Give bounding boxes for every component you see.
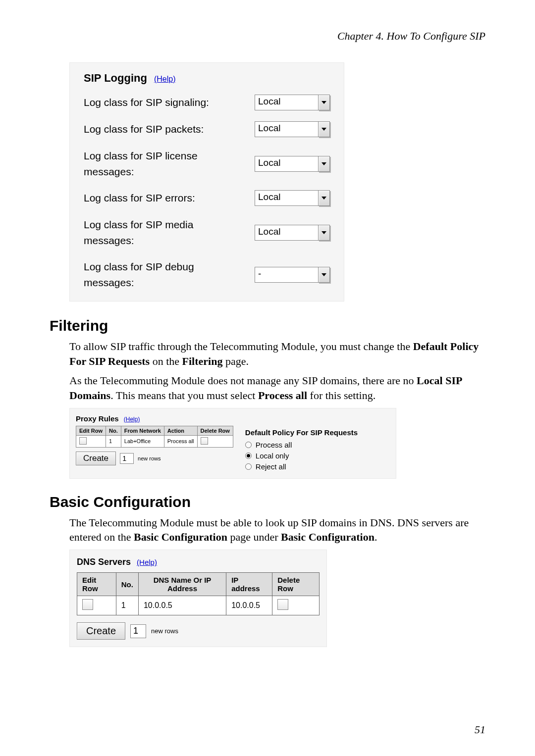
label-sip-packets: Log class for SIP packets: xyxy=(84,121,204,137)
dropdown-value: Local xyxy=(255,225,318,241)
chevron-down-icon[interactable] xyxy=(318,121,330,137)
radio-label: Process all xyxy=(256,441,292,449)
label-sip-media: Log class for SIP media messages: xyxy=(84,217,222,248)
new-rows-label: new rows xyxy=(138,455,160,461)
edit-checkbox-cell xyxy=(77,596,116,615)
radio-local-only[interactable]: Local only xyxy=(245,452,390,460)
row-from: Lab+Office xyxy=(121,435,164,447)
chevron-down-icon[interactable] xyxy=(318,225,330,241)
create-count-input[interactable] xyxy=(120,453,134,464)
col-delete-row: Delete Row xyxy=(272,573,320,596)
dropdown-sip-debug[interactable]: - xyxy=(255,267,330,283)
sip-logging-panel: SIP Logging (Help) Log class for SIP sig… xyxy=(69,62,344,302)
proxy-rules-table: Edit Row No. From Network Action Delete … xyxy=(76,426,233,448)
svg-marker-5 xyxy=(321,273,326,276)
row-dns-name: 10.0.0.5 xyxy=(138,596,226,615)
checkbox[interactable] xyxy=(201,437,208,445)
col-no: No. xyxy=(106,426,121,435)
label-sip-license: Log class for SIP license messages: xyxy=(84,148,222,179)
dropdown-sip-errors[interactable]: Local xyxy=(255,190,330,206)
col-action: Action xyxy=(164,426,197,435)
svg-marker-0 xyxy=(321,101,326,104)
proxy-rules-title: Proxy Rules xyxy=(76,414,119,423)
col-dns-name: DNS Name Or IP Address xyxy=(138,573,226,596)
label-sip-signaling: Log class for SIP signaling: xyxy=(84,95,209,110)
dropdown-sip-packets[interactable]: Local xyxy=(255,121,330,137)
table-row: 1 Lab+Office Process all xyxy=(76,435,233,447)
basic-config-p: The Telecommuting Module must be able to… xyxy=(69,515,485,545)
svg-marker-1 xyxy=(321,128,326,131)
delete-checkbox-cell xyxy=(197,435,233,447)
dropdown-value: Local xyxy=(255,95,318,110)
svg-marker-2 xyxy=(321,162,326,165)
radio-icon xyxy=(245,463,252,470)
radio-reject-all[interactable]: Reject all xyxy=(245,462,390,471)
col-from-network: From Network xyxy=(121,426,164,435)
dropdown-sip-license[interactable]: Local xyxy=(255,156,330,172)
create-count-input[interactable] xyxy=(130,624,146,638)
col-no: No. xyxy=(116,573,138,596)
dropdown-value: Local xyxy=(255,156,318,172)
svg-marker-4 xyxy=(321,231,326,234)
label-sip-errors: Log class for SIP errors: xyxy=(84,190,195,206)
chevron-down-icon[interactable] xyxy=(318,267,330,283)
checkbox[interactable] xyxy=(277,599,288,610)
col-ip-address: IP address xyxy=(226,573,272,596)
edit-checkbox-cell xyxy=(76,435,106,447)
svg-marker-3 xyxy=(321,197,326,200)
dns-servers-panel: DNS Servers (Help) Edit Row No. DNS Name… xyxy=(69,550,327,647)
col-edit-row: Edit Row xyxy=(76,426,106,435)
chevron-down-icon[interactable] xyxy=(318,190,330,206)
dns-servers-title: DNS Servers xyxy=(77,557,131,567)
proxy-rules-panel: Proxy Rules (Help) Edit Row No. From Net… xyxy=(69,408,396,479)
dropdown-value: Local xyxy=(255,190,318,206)
sip-logging-title: SIP Logging xyxy=(84,72,147,85)
filtering-p1: To allow SIP traffic through the Telecom… xyxy=(69,339,485,368)
create-button[interactable]: Create xyxy=(77,622,125,640)
dropdown-sip-signaling[interactable]: Local xyxy=(255,95,330,110)
chevron-down-icon[interactable] xyxy=(318,156,330,172)
radio-label: Reject all xyxy=(256,462,286,471)
col-edit-row: Edit Row xyxy=(77,573,116,596)
row-no: 1 xyxy=(106,435,121,447)
table-row: 1 10.0.0.5 10.0.0.5 xyxy=(77,596,320,615)
radio-icon xyxy=(245,442,252,448)
radio-label: Local only xyxy=(256,452,289,460)
checkbox[interactable] xyxy=(79,437,87,445)
row-no: 1 xyxy=(116,596,138,615)
default-policy-title: Default Policy For SIP Requests xyxy=(245,428,390,437)
filtering-p2: As the Telecommuting Module does not man… xyxy=(69,373,485,403)
help-link[interactable]: (Help) xyxy=(137,558,157,566)
chapter-header: Chapter 4. How To Configure SIP xyxy=(50,30,485,43)
filtering-heading: Filtering xyxy=(50,317,485,334)
page-number: 51 xyxy=(475,723,485,736)
checkbox[interactable] xyxy=(82,599,93,610)
dropdown-value: Local xyxy=(255,121,318,137)
col-delete-row: Delete Row xyxy=(197,426,233,435)
chevron-down-icon[interactable] xyxy=(318,95,330,110)
help-link[interactable]: (Help) xyxy=(124,416,140,423)
dropdown-sip-media[interactable]: Local xyxy=(255,225,330,241)
radio-process-all[interactable]: Process all xyxy=(245,441,390,449)
row-action: Process all xyxy=(164,435,197,447)
radio-icon xyxy=(245,453,252,459)
dropdown-value: - xyxy=(255,267,318,283)
help-link[interactable]: (Help) xyxy=(154,75,176,84)
delete-checkbox-cell xyxy=(272,596,320,615)
new-rows-label: new rows xyxy=(151,627,178,635)
dns-servers-table: Edit Row No. DNS Name Or IP Address IP a… xyxy=(77,572,320,615)
row-ip: 10.0.0.5 xyxy=(226,596,272,615)
label-sip-debug: Log class for SIP debug messages: xyxy=(84,259,222,290)
create-button[interactable]: Create xyxy=(76,452,116,465)
basic-config-heading: Basic Configuration xyxy=(50,494,485,510)
